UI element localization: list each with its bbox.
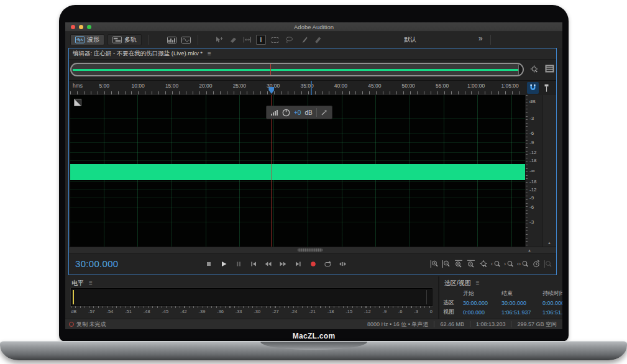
total-duration-text: 1:08:13.203 bbox=[470, 319, 511, 329]
clip-gain-icon[interactable] bbox=[74, 99, 81, 106]
playhead-time-display[interactable]: 30:00.000 bbox=[75, 258, 118, 269]
skip-to-end-button[interactable] bbox=[292, 258, 304, 270]
zoom-full-button[interactable] bbox=[478, 258, 488, 270]
skip-to-start-button[interactable] bbox=[247, 258, 259, 270]
multitrack-view-button[interactable]: 多轨 bbox=[108, 34, 142, 45]
column-header: 结束 bbox=[501, 289, 542, 298]
file-size-text: 62.46 MB bbox=[434, 319, 470, 329]
zoom-to-in-point-button[interactable]: ‹ bbox=[491, 258, 501, 270]
zoom-cursor-button-disabled bbox=[543, 258, 552, 270]
db-label: -12 bbox=[529, 186, 537, 192]
panel-menu-icon[interactable]: ≡ bbox=[89, 280, 93, 286]
view-end-value[interactable]: 1:06:51.937 bbox=[501, 309, 542, 316]
volume-hud[interactable]: +0 dB bbox=[266, 106, 332, 119]
razor-tool-icon[interactable] bbox=[227, 34, 239, 45]
spectral-frequency-display-button[interactable] bbox=[166, 34, 177, 45]
selection-end-value[interactable]: 30:00.000 bbox=[501, 300, 542, 306]
meter-scale-label: -3 bbox=[414, 309, 418, 314]
meter-scale-label: -30 bbox=[254, 309, 260, 314]
laptop-base bbox=[0, 341, 627, 360]
waveform-display-button[interactable] bbox=[180, 34, 191, 45]
editor-tab[interactable]: 编辑器: 庄心妍 - 不要在我的伤口撒盐 (Live).mkv * bbox=[73, 50, 203, 58]
timeline-ruler[interactable]: hms 5:00 10:00 15:00 20:00 25:00 30:00 3… bbox=[69, 80, 556, 95]
magnet-icon bbox=[529, 84, 537, 92]
loop-playback-button[interactable] bbox=[322, 258, 334, 270]
zoom-in-horizontal-button[interactable] bbox=[454, 258, 464, 270]
status-left-text: 复制 未完成 bbox=[76, 321, 106, 329]
skip-selection-button[interactable] bbox=[337, 258, 349, 270]
workspace-overflow-button[interactable]: » bbox=[478, 34, 483, 43]
horizontal-scrollbar[interactable]: ▲ bbox=[69, 247, 556, 253]
marquee-selection-tool-icon[interactable] bbox=[269, 34, 280, 45]
slip-tool-icon[interactable] bbox=[242, 34, 253, 45]
healing-brush-tool-icon[interactable] bbox=[312, 34, 323, 45]
view-start-value[interactable]: 0:00.000 bbox=[463, 309, 501, 316]
zoom-to-out-point-button[interactable]: › bbox=[504, 258, 515, 270]
meter-scale-label: -15 bbox=[346, 309, 352, 314]
zoom-navigator-icon[interactable] bbox=[529, 65, 539, 74]
meter-scale-label: -24 bbox=[290, 309, 297, 314]
play-button[interactable] bbox=[217, 258, 229, 270]
grid-line bbox=[70, 189, 525, 190]
row-label: 视图 bbox=[443, 308, 463, 316]
free-space-text: 299.57 GB 空闲 bbox=[511, 319, 562, 329]
waveform-view-button[interactable]: 波形 bbox=[70, 34, 104, 45]
view-duration-value[interactable]: 1:06:51.937 bbox=[542, 309, 562, 316]
record-button[interactable] bbox=[307, 258, 319, 270]
meter-level-indicator bbox=[73, 290, 74, 304]
meter-scale-label: -21 bbox=[309, 309, 316, 314]
meter-scale: dB -57 -54 -51 -48 -45 -42 -39 -36 -33 -… bbox=[71, 309, 432, 314]
selection-start-value[interactable]: 30:00.000 bbox=[463, 300, 501, 306]
amplitude-ticks bbox=[526, 95, 528, 247]
hud-gain-value[interactable]: +0 bbox=[294, 109, 301, 116]
scrollbar-handle[interactable] bbox=[298, 248, 323, 252]
amplitude-ruler[interactable]: dB -3 -6 -9 -12 -18 -∞ -18 -12 -9 -6 -3 bbox=[525, 95, 542, 247]
brush-tool-icon[interactable] bbox=[298, 34, 309, 45]
range-handle-right[interactable] bbox=[518, 64, 523, 75]
zoom-out-horizontal-button[interactable] bbox=[466, 258, 476, 270]
pause-button[interactable] bbox=[232, 258, 244, 270]
multitrack-view-icon bbox=[112, 36, 122, 43]
fast-forward-button[interactable] bbox=[277, 258, 289, 270]
meter-scale-label: -33 bbox=[236, 309, 242, 314]
zoom-in-vertical-button[interactable] bbox=[430, 258, 439, 270]
time-label: 45:00 bbox=[368, 83, 381, 89]
snap-toggle-button[interactable] bbox=[527, 82, 539, 94]
db-unit-label: dB bbox=[529, 98, 536, 104]
move-tool-icon[interactable] bbox=[213, 34, 224, 45]
hud-knob-icon[interactable] bbox=[282, 109, 290, 117]
laptop-base-notch bbox=[260, 342, 367, 350]
zoom-out-vertical-button[interactable] bbox=[442, 258, 451, 270]
toolbar-separator bbox=[490, 35, 491, 45]
db-label: -9 bbox=[529, 140, 534, 145]
ruler-marker bbox=[311, 81, 312, 95]
rewind-button[interactable] bbox=[262, 258, 274, 270]
zoom-to-selection-button[interactable]: ‹› bbox=[517, 258, 529, 270]
time-label: 1:05:00 bbox=[501, 83, 518, 89]
meter-scale-label: dB bbox=[71, 309, 76, 314]
db-label: -3 bbox=[529, 219, 534, 224]
stop-button[interactable] bbox=[203, 258, 214, 270]
time-selection-tool-icon[interactable]: I bbox=[256, 35, 266, 45]
selection-duration-value[interactable]: 0:00.000 bbox=[542, 300, 562, 306]
row-label: 选区 bbox=[443, 299, 463, 307]
range-selector[interactable] bbox=[70, 63, 524, 76]
vertical-scrollbar[interactable]: ▲ bbox=[542, 95, 556, 247]
hud-bars-icon bbox=[271, 109, 278, 116]
lasso-selection-tool-icon[interactable] bbox=[283, 34, 295, 45]
panel-menu-icon[interactable]: ≡ bbox=[208, 50, 211, 57]
grid-line bbox=[70, 181, 525, 182]
zoom-corner-icon: ▲ bbox=[547, 241, 551, 245]
panel-list-icon[interactable] bbox=[545, 65, 554, 74]
marker-pin-icon[interactable] bbox=[542, 82, 551, 94]
audio-format-text: 8000 Hz • 16 位 • 单声道 bbox=[362, 319, 434, 329]
meter-scale-label: -9 bbox=[382, 309, 387, 314]
zoom-history-button[interactable] bbox=[532, 258, 541, 270]
meter-scale-label: -51 bbox=[125, 309, 132, 314]
zoom-corner-icon: ▲ bbox=[528, 248, 531, 252]
cancel-progress-icon[interactable] bbox=[69, 322, 74, 327]
panel-menu-icon[interactable]: ≡ bbox=[476, 280, 480, 286]
hud-pin-icon[interactable] bbox=[321, 109, 327, 116]
waveform-canvas[interactable]: +0 dB bbox=[70, 95, 525, 247]
workspace-selector[interactable]: 默认 bbox=[404, 35, 416, 44]
